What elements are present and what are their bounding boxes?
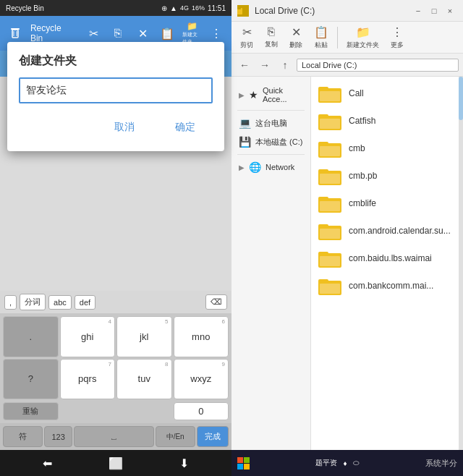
- windows-logo-yellow: [244, 464, 250, 469]
- more-button[interactable]: ⋮ 更多: [386, 24, 408, 51]
- file-list: Call Catfish cmb: [311, 77, 463, 302]
- 123-key[interactable]: 123: [44, 426, 72, 447]
- cut-button[interactable]: ✂ 剪切: [236, 24, 258, 51]
- backspace-key[interactable]: ⌫: [205, 294, 227, 310]
- sidebar-separator2: [237, 154, 305, 155]
- maximize-button[interactable]: □: [427, 4, 441, 17]
- question-key[interactable]: ?: [3, 359, 59, 400]
- paste-button[interactable]: 📋 粘贴: [310, 24, 333, 51]
- address-bar[interactable]: Local Drive (C:): [297, 59, 459, 72]
- android-nav-bar: ⬅ ⬜ ⬇: [0, 450, 232, 476]
- ghi-key[interactable]: 4ghi: [60, 316, 116, 357]
- folder-icon: [318, 139, 341, 158]
- window-controls: − □ ×: [411, 4, 457, 17]
- recent-nav-icon[interactable]: ⬇: [179, 456, 189, 470]
- copy-button[interactable]: ⎘ 复制: [260, 24, 282, 51]
- copy-icon[interactable]: ⎘: [109, 23, 127, 43]
- thispc-icon: 💻: [239, 117, 251, 129]
- sidebar-item-network[interactable]: ▶ 🌐 Network: [232, 158, 310, 177]
- file-row-call[interactable]: Call: [311, 80, 463, 107]
- localdisk-icon: 💾: [239, 136, 251, 148]
- app-title-status: Recycle Bin: [6, 4, 44, 12]
- delete-icon[interactable]: ✕: [133, 23, 152, 43]
- back-nav-icon[interactable]: ⬅: [43, 456, 52, 470]
- file-name-catfish: Catfish: [349, 116, 375, 126]
- tuv-key[interactable]: 8tuv: [116, 359, 172, 400]
- file-name-android-calendar: com.android.calendar.su...: [349, 226, 451, 236]
- close-button[interactable]: ×: [443, 4, 457, 17]
- svg-rect-1: [12, 30, 18, 38]
- cut-icon: ✂: [242, 25, 252, 39]
- abc-key[interactable]: abc: [48, 295, 72, 310]
- home-nav-icon[interactable]: ⬜: [109, 456, 123, 470]
- nav-up-button[interactable]: ↑: [276, 56, 294, 74]
- file-row-cmblife[interactable]: cmblife: [311, 190, 463, 217]
- keyboard-grid: . 4ghi 5jkl 6mno ? 7pqrs 8tuv 9wxyz: [0, 313, 232, 402]
- keyboard: , 分词 abc def ⌫ . 4ghi 5jkl 6mno ? 7pqrs …: [0, 291, 232, 450]
- create-folder-dialog: 创建文件夹 取消 确定: [7, 42, 224, 151]
- network-label: Network: [266, 163, 294, 171]
- scissors-icon[interactable]: ✂: [85, 23, 103, 43]
- period-key[interactable]: .: [3, 316, 59, 357]
- taskbar-item-1[interactable]: 题平资: [315, 458, 337, 468]
- chongsu-key[interactable]: 重输: [3, 402, 59, 420]
- paste-icon: 📋: [314, 25, 328, 39]
- nav-back-button[interactable]: ←: [236, 56, 253, 74]
- file-row-cmbpb[interactable]: cmb.pb: [311, 162, 463, 190]
- keyboard-top-row: , 分词 abc def ⌫: [0, 291, 232, 313]
- scrollbar-thumb[interactable]: [459, 77, 463, 120]
- file-name-cmbpb: cmb.pb: [349, 171, 377, 181]
- sidebar-item-localdisk[interactable]: 💾 本地磁盘 (C:): [232, 132, 310, 151]
- fenci-key[interactable]: 分词: [20, 294, 46, 310]
- paste-icon[interactable]: 📋: [158, 23, 177, 43]
- windows-logo-red: [237, 457, 243, 463]
- mno-key[interactable]: 6mno: [174, 316, 229, 357]
- quickaccess-label: Quick Acce...: [263, 86, 303, 103]
- file-row-baidu[interactable]: com.baidu.lbs.waimai: [311, 245, 463, 272]
- new-folder-icon[interactable]: 📁 新建文件夹: [182, 23, 201, 43]
- cancel-button[interactable]: 取消: [97, 115, 152, 140]
- android-panel: Recycle Bin ⊕ ▲ 4G 16% 11:51 Recycle Bin…: [0, 0, 232, 476]
- taskbar-item-3[interactable]: ⬭: [353, 459, 360, 467]
- new-folder-icon: 📁: [356, 25, 370, 39]
- new-folder-button[interactable]: 📁 新建文件夹: [342, 24, 383, 51]
- file-row-cmb[interactable]: cmb: [311, 135, 463, 162]
- taskbar-item-2[interactable]: ♦: [343, 459, 347, 467]
- battery-text: 16%: [192, 4, 205, 12]
- def-key[interactable]: def: [75, 295, 95, 310]
- windows-logo[interactable]: [237, 457, 250, 469]
- file-row-android-calendar[interactable]: com.android.calendar.su...: [311, 217, 463, 245]
- win-toolbar: ✂ 剪切 ⎘ 复制 ✕ 删除 📋 粘贴 📁 新建文件夹 ⋮ 更多: [232, 22, 463, 54]
- file-row-catfish[interactable]: Catfish: [311, 107, 463, 135]
- sidebar-item-quickaccess[interactable]: ▶ ★ Quick Acce...: [232, 82, 310, 107]
- sidebar-item-thispc[interactable]: 💻 这台电脑: [232, 114, 310, 132]
- toolbar-separator: [337, 27, 338, 48]
- pqrs-key[interactable]: 7pqrs: [60, 359, 116, 400]
- file-row-bankcomm[interactable]: com.bankcomm.mai...: [311, 272, 463, 299]
- network-icon: 🌐: [249, 161, 261, 173]
- delete-button[interactable]: ✕ 删除: [285, 24, 307, 51]
- lang-key[interactable]: 中/En: [156, 426, 195, 447]
- fu-key[interactable]: 符: [3, 426, 43, 447]
- done-key[interactable]: 完成: [197, 426, 229, 447]
- folder-icon: [318, 249, 341, 268]
- file-name-bankcomm: com.bankcomm.mai...: [349, 281, 433, 291]
- jkl-key[interactable]: 5jkl: [116, 316, 172, 357]
- wifi-icon: ▲: [170, 4, 177, 12]
- more-icon[interactable]: ⋮: [207, 23, 226, 43]
- time-display: 11:51: [208, 4, 226, 12]
- zero-key[interactable]: 0: [174, 402, 229, 420]
- keyboard-bottom: 符 123 ⎵ 中/En 完成: [0, 423, 232, 450]
- toolbar-title: Recycle Bin: [30, 23, 73, 43]
- thispc-label: 这台电脑: [255, 118, 287, 129]
- folder-name-input[interactable]: [19, 77, 213, 103]
- minimize-button[interactable]: −: [411, 4, 425, 17]
- nav-forward-button[interactable]: →: [256, 56, 273, 74]
- comma-key[interactable]: ,: [4, 295, 17, 310]
- wxyz-key[interactable]: 9wxyz: [174, 359, 229, 400]
- folder-icon: [318, 221, 341, 240]
- windows-panel: Local Drive (C:) − □ × ✂ 剪切 ⎘ 复制 ✕ 删除 📋 …: [232, 0, 463, 476]
- space-key[interactable]: ⎵: [74, 426, 154, 447]
- confirm-button[interactable]: 确定: [158, 115, 213, 140]
- scrollbar[interactable]: [459, 77, 463, 450]
